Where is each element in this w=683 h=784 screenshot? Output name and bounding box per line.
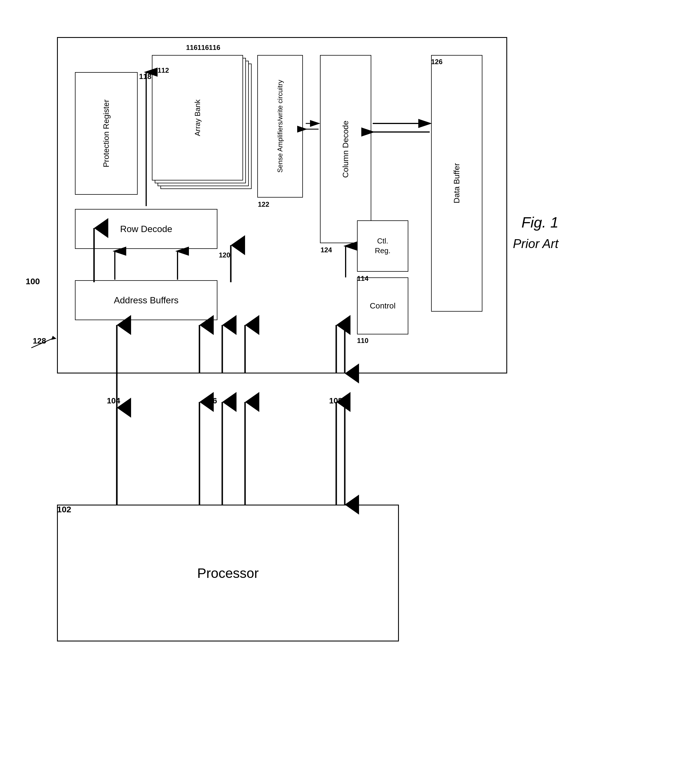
svg-line-32 <box>31 338 54 348</box>
ref128-arrow <box>29 334 63 351</box>
svg-marker-33 <box>51 336 56 340</box>
ref-104: 104 <box>107 396 120 405</box>
fig-label: Fig. 1 <box>521 214 558 231</box>
prior-art-label: Prior Art <box>513 237 558 251</box>
ref-108: 108 <box>329 396 343 405</box>
diagram-container: Protection Register Array Bank Sense Amp… <box>23 14 650 770</box>
ref-106: 106 <box>204 396 217 405</box>
